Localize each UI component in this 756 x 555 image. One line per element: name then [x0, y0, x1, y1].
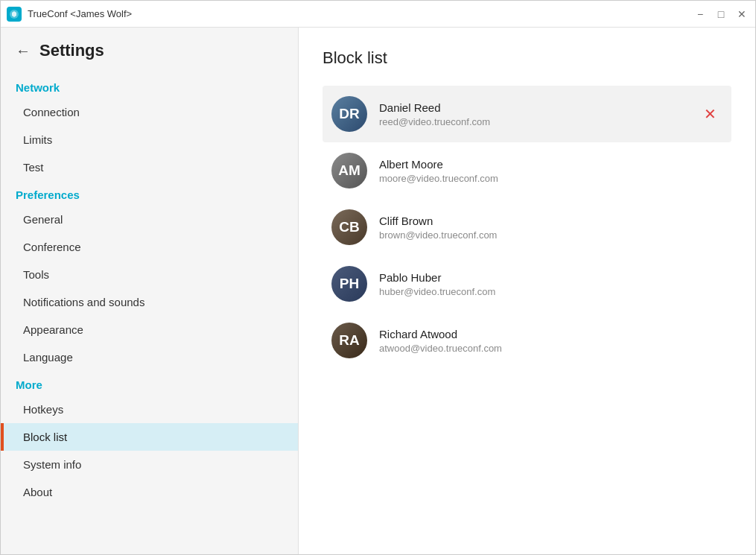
close-button[interactable]: ✕ [734, 7, 749, 22]
sidebar-item-connection[interactable]: Connection [1, 98, 298, 126]
block-list-item: DRDaniel Reedreed@video.trueconf.com✕ [323, 86, 731, 142]
sidebar-item-limits[interactable]: Limits [1, 126, 298, 153]
contact-email: brown@video.trueconf.com [379, 229, 722, 241]
contact-info: Richard Atwoodatwood@video.trueconf.com [379, 328, 722, 354]
title-bar: TrueConf <James Wolf> − □ ✕ [1, 1, 755, 28]
settings-header: ← Settings [1, 28, 298, 74]
contact-email: atwood@video.trueconf.com [379, 343, 722, 354]
contact-info: Daniel Reedreed@video.trueconf.com [379, 101, 698, 127]
avatar: AM [331, 153, 367, 188]
block-list-item: PHPablo Huberhuber@video.trueconf.com✕ [323, 256, 731, 312]
sidebar-item-hotkeys[interactable]: Hotkeys [1, 396, 298, 423]
title-bar-left: TrueConf <James Wolf> [7, 7, 132, 22]
app-icon [7, 7, 22, 22]
contact-name: Albert Moore [379, 158, 722, 171]
contact-info: Albert Mooremoore@video.trueconf.com [379, 158, 722, 184]
maximize-button[interactable]: □ [714, 7, 728, 22]
sidebar-item-about[interactable]: About [1, 478, 298, 506]
sidebar: ← Settings Network Connection Limits Tes… [1, 28, 299, 555]
contact-name: Richard Atwood [379, 328, 722, 340]
sidebar-item-conference[interactable]: Conference [1, 233, 298, 261]
contact-name: Pablo Huber [379, 271, 722, 284]
sidebar-item-appearance[interactable]: Appearance [1, 316, 298, 343]
block-list-item: CBCliff Brownbrown@video.trueconf.com✕ [323, 199, 731, 256]
sidebar-section-preferences: Preferences [1, 181, 298, 206]
sidebar-item-systeminfo[interactable]: System info [1, 451, 298, 478]
sidebar-item-general[interactable]: General [1, 206, 298, 233]
avatar: PH [331, 266, 367, 302]
block-list-item: RARichard Atwoodatwood@video.trueconf.co… [323, 312, 731, 369]
block-list: DRDaniel Reedreed@video.trueconf.com✕AMA… [323, 86, 731, 369]
avatar: RA [331, 323, 367, 358]
main-container: ← Settings Network Connection Limits Tes… [1, 28, 755, 555]
block-list-item: AMAlbert Mooremoore@video.trueconf.com✕ [323, 142, 731, 199]
contact-info: Cliff Brownbrown@video.trueconf.com [379, 215, 722, 241]
contact-email: moore@video.trueconf.com [379, 173, 722, 184]
contact-info: Pablo Huberhuber@video.trueconf.com [379, 271, 722, 297]
sidebar-item-language[interactable]: Language [1, 343, 298, 371]
sidebar-item-notifications[interactable]: Notifications and sounds [1, 288, 298, 316]
sidebar-section-more: More [1, 371, 298, 396]
sidebar-item-blocklist[interactable]: Block list [1, 423, 298, 451]
content-area: Block list DRDaniel Reedreed@video.truec… [299, 28, 755, 555]
minimize-button[interactable]: − [693, 7, 708, 22]
sidebar-item-tools[interactable]: Tools [1, 261, 298, 288]
sidebar-item-test[interactable]: Test [1, 153, 298, 181]
contact-name: Daniel Reed [379, 101, 698, 114]
sidebar-section-network: Network [1, 74, 298, 98]
avatar: DR [331, 96, 367, 132]
avatar: CB [331, 209, 367, 245]
back-button[interactable]: ← [16, 42, 31, 60]
contact-email: reed@video.trueconf.com [379, 116, 698, 127]
app-title: TrueConf <James Wolf> [28, 8, 132, 19]
contact-name: Cliff Brown [379, 215, 722, 227]
settings-title: Settings [39, 41, 104, 60]
contact-email: huber@video.trueconf.com [379, 286, 722, 297]
window-controls: − □ ✕ [693, 7, 749, 22]
remove-contact-button[interactable]: ✕ [698, 104, 722, 124]
page-title: Block list [323, 48, 731, 68]
